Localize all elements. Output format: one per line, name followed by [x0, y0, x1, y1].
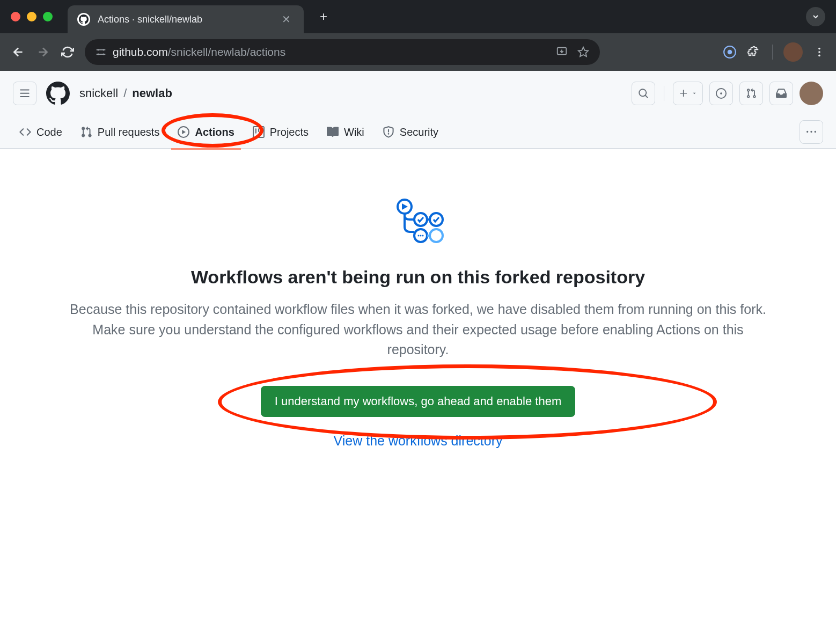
book-icon [327, 126, 339, 138]
svg-rect-2 [97, 49, 106, 50]
forward-button[interactable] [35, 45, 50, 60]
github-header-right [632, 82, 823, 105]
svg-marker-14 [402, 203, 408, 210]
tab-label: Actions [195, 126, 234, 138]
search-icon [638, 88, 649, 99]
dropdown-caret-icon [692, 91, 697, 96]
tab-projects[interactable]: Projects [246, 121, 315, 144]
svg-point-20 [420, 235, 422, 237]
github-favicon [77, 13, 90, 26]
nav-right [723, 42, 825, 62]
extension-icon-1[interactable] [723, 45, 737, 59]
inbox-icon [776, 88, 787, 99]
workflow-icon [391, 197, 445, 251]
reload-button[interactable] [60, 45, 75, 60]
svg-marker-7 [578, 47, 588, 56]
profile-avatar[interactable] [783, 42, 803, 62]
user-avatar[interactable] [800, 82, 823, 105]
page-description: Because this repository contained workfl… [64, 299, 772, 360]
notifications-button[interactable] [769, 82, 793, 105]
main-content: Workflows aren't being run on this forke… [0, 149, 836, 497]
window-minimize-button[interactable] [27, 12, 36, 21]
issues-button[interactable] [709, 82, 733, 105]
breadcrumb-owner[interactable]: snickell [79, 86, 118, 100]
more-tabs-button[interactable] [800, 120, 823, 144]
shield-icon [383, 126, 394, 138]
view-workflows-link[interactable]: View the workflows directory [21, 433, 815, 449]
repo-nav: Code Pull requests Actions Projects Wiki… [0, 116, 836, 148]
pull-request-icon [80, 126, 92, 138]
tab-label: Wiki [344, 126, 364, 138]
svg-rect-5 [97, 54, 106, 55]
nav-separator [772, 45, 773, 60]
project-icon [253, 126, 265, 138]
svg-point-22 [430, 229, 443, 242]
tab-label: Projects [270, 126, 309, 138]
code-icon [19, 126, 31, 138]
browser-window: Actions · snickell/newlab ✕ + github.com… [0, 0, 836, 71]
browser-menu-icon[interactable] [813, 46, 825, 58]
url-text: github.com/snickell/newlab/actions [113, 46, 285, 58]
traffic-lights [11, 12, 53, 21]
tab-title: Actions · snickell/newlab [98, 14, 271, 25]
site-settings-icon [96, 47, 106, 57]
svg-point-11 [818, 51, 820, 53]
issue-icon [716, 88, 727, 99]
tab-security[interactable]: Security [376, 121, 445, 144]
new-tab-button[interactable]: + [314, 7, 333, 26]
breadcrumb-repo[interactable]: newlab [132, 86, 172, 100]
extensions-icon[interactable] [747, 45, 761, 59]
tab-pull-requests[interactable]: Pull requests [74, 121, 166, 144]
plus-icon [679, 89, 688, 98]
tab-bar-right [806, 7, 825, 26]
svg-point-9 [728, 50, 732, 55]
svg-point-10 [818, 48, 820, 50]
back-button[interactable] [11, 45, 26, 60]
svg-point-12 [818, 55, 820, 57]
github-topbar: snickell / newlab [0, 71, 836, 116]
pull-requests-button[interactable] [739, 82, 763, 105]
github-header: snickell / newlab [0, 71, 836, 149]
tab-wiki[interactable]: Wiki [320, 121, 371, 144]
svg-point-19 [418, 235, 420, 237]
hamburger-menu-button[interactable] [13, 82, 36, 105]
svg-point-21 [422, 235, 424, 237]
tab-label: Pull requests [98, 126, 160, 138]
github-logo-icon[interactable] [46, 82, 70, 105]
tab-code[interactable]: Code [13, 121, 69, 144]
window-maximize-button[interactable] [43, 12, 53, 21]
tab-label: Code [36, 126, 62, 138]
enable-workflows-button[interactable]: I understand my workflows, go ahead and … [261, 386, 575, 417]
header-separator [664, 86, 664, 101]
tab-label: Security [400, 126, 438, 138]
page-heading: Workflows aren't being run on this forke… [21, 267, 815, 288]
browser-tab[interactable]: Actions · snickell/newlab ✕ [68, 5, 304, 33]
play-icon [178, 126, 189, 138]
bookmark-star-icon[interactable] [577, 46, 589, 58]
pull-request-icon [746, 88, 757, 99]
breadcrumb: snickell / newlab [79, 86, 172, 100]
url-bar[interactable]: github.com/snickell/newlab/actions [85, 39, 600, 65]
tab-actions[interactable]: Actions [171, 121, 240, 144]
install-app-icon[interactable] [556, 46, 568, 58]
browser-tab-bar: Actions · snickell/newlab ✕ + [0, 0, 836, 33]
kebab-icon [806, 127, 816, 137]
tabs-dropdown-button[interactable] [806, 7, 825, 26]
search-button[interactable] [632, 82, 655, 105]
create-new-button[interactable] [673, 82, 703, 105]
close-tab-icon[interactable]: ✕ [278, 12, 294, 27]
window-close-button[interactable] [11, 12, 20, 21]
browser-nav-bar: github.com/snickell/newlab/actions [0, 33, 836, 71]
breadcrumb-separator: / [123, 86, 127, 100]
